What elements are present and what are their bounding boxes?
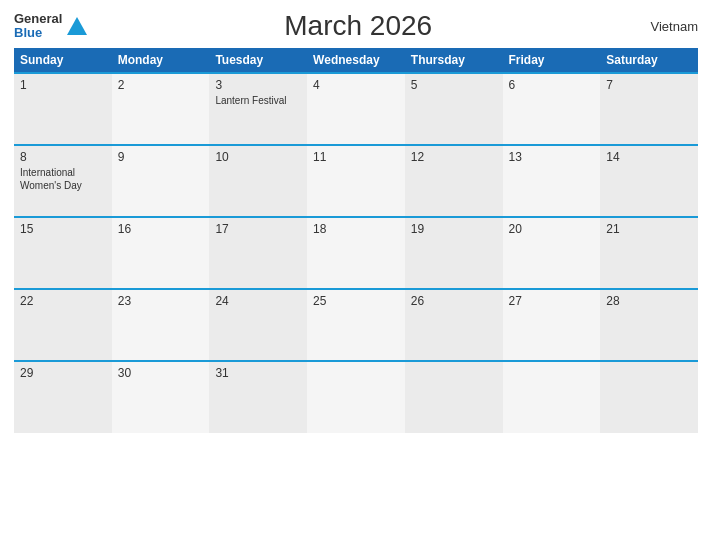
- calendar-cell: 30: [112, 361, 210, 433]
- calendar-cell: 14: [600, 145, 698, 217]
- day-number: 18: [313, 222, 399, 236]
- calendar-cell: 27: [503, 289, 601, 361]
- calendar-cell: [307, 361, 405, 433]
- day-number: 7: [606, 78, 692, 92]
- day-number: 4: [313, 78, 399, 92]
- day-number: 20: [509, 222, 595, 236]
- calendar-cell: [600, 361, 698, 433]
- day-number: 1: [20, 78, 106, 92]
- logo: General Blue: [14, 12, 88, 41]
- calendar-cell: 21: [600, 217, 698, 289]
- calendar-cell: 11: [307, 145, 405, 217]
- calendar-cell: 28: [600, 289, 698, 361]
- col-header-tuesday: Tuesday: [209, 48, 307, 73]
- calendar-table: SundayMondayTuesdayWednesdayThursdayFrid…: [14, 48, 698, 433]
- col-header-thursday: Thursday: [405, 48, 503, 73]
- day-number: 11: [313, 150, 399, 164]
- day-number: 19: [411, 222, 497, 236]
- calendar-cell: 8International Women's Day: [14, 145, 112, 217]
- calendar-cell: 5: [405, 73, 503, 145]
- day-number: 12: [411, 150, 497, 164]
- calendar-cell: 7: [600, 73, 698, 145]
- calendar-event: Lantern Festival: [215, 94, 301, 107]
- day-number: 16: [118, 222, 204, 236]
- calendar-cell: 29: [14, 361, 112, 433]
- calendar-cell: [503, 361, 601, 433]
- day-number: 9: [118, 150, 204, 164]
- calendar-cell: 12: [405, 145, 503, 217]
- day-number: 10: [215, 150, 301, 164]
- logo-text: General Blue: [14, 12, 62, 41]
- calendar-cell: 13: [503, 145, 601, 217]
- page-title: March 2026: [88, 10, 628, 42]
- calendar-cell: 1: [14, 73, 112, 145]
- day-number: 29: [20, 366, 106, 380]
- calendar-cell: 16: [112, 217, 210, 289]
- day-number: 31: [215, 366, 301, 380]
- col-header-wednesday: Wednesday: [307, 48, 405, 73]
- day-number: 22: [20, 294, 106, 308]
- calendar-cell: 26: [405, 289, 503, 361]
- svg-marker-0: [67, 17, 87, 35]
- day-number: 24: [215, 294, 301, 308]
- day-number: 23: [118, 294, 204, 308]
- calendar-cell: 10: [209, 145, 307, 217]
- calendar-cell: 25: [307, 289, 405, 361]
- day-number: 21: [606, 222, 692, 236]
- calendar-header: General Blue March 2026 Vietnam: [14, 10, 698, 42]
- calendar-week-row: 293031: [14, 361, 698, 433]
- day-number: 28: [606, 294, 692, 308]
- calendar-cell: [405, 361, 503, 433]
- calendar-week-row: 123Lantern Festival4567: [14, 73, 698, 145]
- col-header-monday: Monday: [112, 48, 210, 73]
- calendar-week-row: 15161718192021: [14, 217, 698, 289]
- calendar-cell: 6: [503, 73, 601, 145]
- day-number: 26: [411, 294, 497, 308]
- calendar-cell: 18: [307, 217, 405, 289]
- calendar-cell: 23: [112, 289, 210, 361]
- calendar-cell: 22: [14, 289, 112, 361]
- calendar-event: International Women's Day: [20, 166, 106, 192]
- col-header-friday: Friday: [503, 48, 601, 73]
- calendar-cell: 31: [209, 361, 307, 433]
- day-number: 25: [313, 294, 399, 308]
- day-number: 14: [606, 150, 692, 164]
- day-number: 13: [509, 150, 595, 164]
- day-number: 17: [215, 222, 301, 236]
- day-number: 5: [411, 78, 497, 92]
- calendar-cell: 2: [112, 73, 210, 145]
- day-number: 3: [215, 78, 301, 92]
- calendar-header-row: SundayMondayTuesdayWednesdayThursdayFrid…: [14, 48, 698, 73]
- calendar-page: General Blue March 2026 Vietnam SundayMo…: [0, 0, 712, 550]
- logo-blue: Blue: [14, 26, 62, 40]
- country-label: Vietnam: [628, 19, 698, 34]
- calendar-cell: 24: [209, 289, 307, 361]
- col-header-sunday: Sunday: [14, 48, 112, 73]
- calendar-week-row: 22232425262728: [14, 289, 698, 361]
- calendar-cell: 4: [307, 73, 405, 145]
- day-number: 15: [20, 222, 106, 236]
- day-number: 30: [118, 366, 204, 380]
- calendar-cell: 17: [209, 217, 307, 289]
- day-number: 2: [118, 78, 204, 92]
- calendar-cell: 20: [503, 217, 601, 289]
- day-number: 6: [509, 78, 595, 92]
- calendar-week-row: 8International Women's Day91011121314: [14, 145, 698, 217]
- col-header-saturday: Saturday: [600, 48, 698, 73]
- logo-icon: [66, 15, 88, 37]
- calendar-cell: 9: [112, 145, 210, 217]
- calendar-cell: 19: [405, 217, 503, 289]
- day-number: 27: [509, 294, 595, 308]
- calendar-cell: 15: [14, 217, 112, 289]
- day-number: 8: [20, 150, 106, 164]
- logo-general: General: [14, 12, 62, 26]
- calendar-cell: 3Lantern Festival: [209, 73, 307, 145]
